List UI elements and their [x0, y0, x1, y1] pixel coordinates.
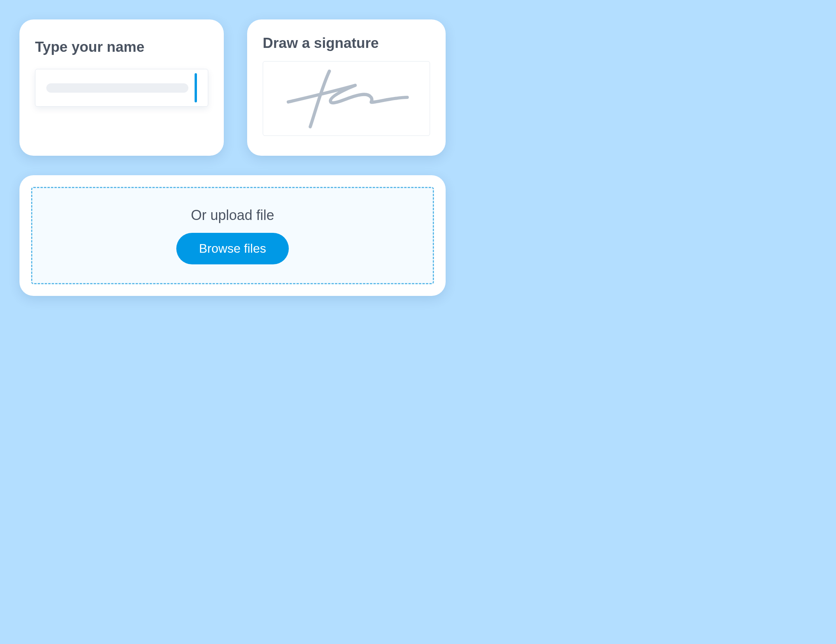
input-cursor-icon	[195, 73, 197, 102]
upload-label: Or upload file	[191, 207, 274, 223]
draw-signature-card: Draw a signature	[247, 19, 446, 156]
signature-pad[interactable]	[263, 61, 430, 136]
upload-card: Or upload file Browse files	[19, 175, 446, 296]
type-name-title: Type your name	[35, 39, 208, 55]
signature-icon	[276, 67, 417, 130]
upload-dropzone[interactable]: Or upload file Browse files	[31, 187, 434, 284]
type-name-card: Type your name	[19, 19, 224, 156]
name-input[interactable]	[35, 69, 208, 107]
browse-files-button[interactable]: Browse files	[176, 233, 289, 264]
draw-signature-title: Draw a signature	[263, 35, 430, 51]
name-input-placeholder	[46, 83, 188, 93]
